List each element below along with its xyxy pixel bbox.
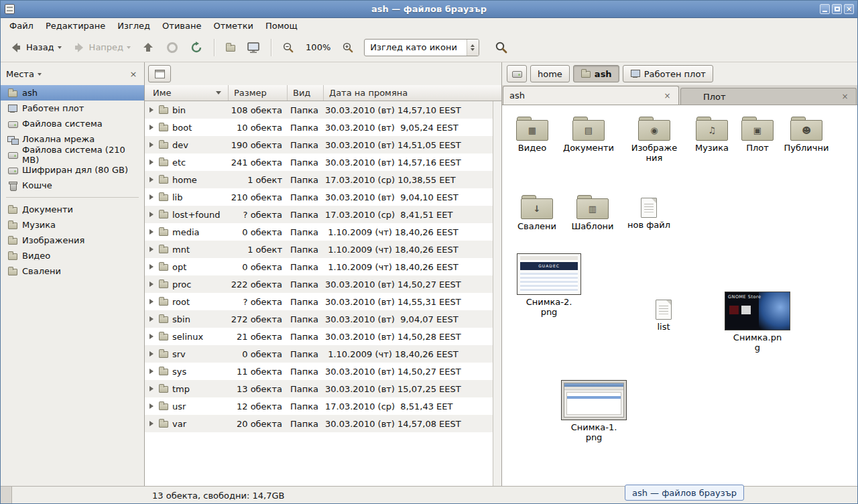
column-header-type[interactable]: Вид xyxy=(288,85,324,101)
table-row[interactable]: opt 0 обекта Папка 1.10.2009 (чт) 18,40,… xyxy=(145,258,493,275)
icon-view-item[interactable]: Шаблони xyxy=(567,194,618,232)
icon-view-item[interactable]: Плот xyxy=(732,115,783,153)
column-header-size[interactable]: Размер xyxy=(229,85,288,101)
menu-item[interactable]: Отметки xyxy=(207,19,259,32)
table-row[interactable]: sys 11 обекта Папка 30.03.2010 (вт) 14,5… xyxy=(145,363,493,380)
icon-view-canvas[interactable]: Видео Документи Изображения Музика Плот xyxy=(502,105,857,486)
expander-icon[interactable] xyxy=(149,351,156,357)
menu-item[interactable]: Изглед xyxy=(111,19,156,32)
table-row[interactable]: proc 222 обекта Папка 30.03.2010 (вт) 14… xyxy=(145,275,493,293)
sidebar-item[interactable]: Свалени xyxy=(1,263,144,279)
tab-close-icon[interactable]: × xyxy=(662,91,672,101)
icon-view-item[interactable]: Публични xyxy=(781,115,832,153)
icon-view-item[interactable]: list xyxy=(638,297,689,332)
icon-view-item[interactable]: Документи xyxy=(563,115,614,153)
zoom-in-button[interactable] xyxy=(337,37,359,58)
titlebar[interactable]: ash — файлов браузър × xyxy=(1,1,857,18)
home-button[interactable] xyxy=(221,37,241,58)
sidebar-item[interactable]: Работен плот xyxy=(1,101,144,116)
expander-icon[interactable] xyxy=(149,177,156,182)
path-button-ash[interactable]: ash xyxy=(573,65,619,82)
icon-view-item[interactable]: GUADEC Снимка-2.png xyxy=(515,253,583,318)
forward-button[interactable]: Напред xyxy=(68,37,135,58)
window-menu-icon[interactable] xyxy=(5,4,15,14)
expander-icon[interactable] xyxy=(149,334,156,339)
table-row[interactable]: media 0 обекта Папка 1.10.2009 (чт) 18,4… xyxy=(145,223,493,241)
zoom-out-button[interactable] xyxy=(278,37,299,58)
minimize-button[interactable] xyxy=(820,4,830,14)
maximize-button[interactable] xyxy=(832,4,842,14)
table-row[interactable]: lost+found ? обекта Папка 17.03.2010 (ср… xyxy=(145,206,493,223)
sidebar-item[interactable]: Шифриран дял (80 GB) xyxy=(1,162,144,178)
table-row[interactable]: bin 108 обекта Папка 30.03.2010 (вт) 14,… xyxy=(145,101,493,119)
expander-icon[interactable] xyxy=(149,142,156,147)
table-row[interactable]: lib 210 обекта Папка 30.03.2010 (вт) 9,0… xyxy=(145,188,493,206)
table-row[interactable]: boot 10 обекта Папка 30.03.2010 (вт) 9,0… xyxy=(145,119,493,136)
icon-view-item[interactable]: Музика xyxy=(686,115,737,153)
expander-icon[interactable] xyxy=(149,229,156,235)
expander-icon[interactable] xyxy=(149,316,156,322)
path-root-button[interactable] xyxy=(507,65,527,82)
table-row[interactable]: sbin 272 обекта Папка 30.03.2010 (вт) 9,… xyxy=(145,310,493,328)
sidebar-item[interactable]: Документи xyxy=(1,202,144,217)
table-row[interactable]: home 1 обект Папка 17.03.2010 (ср) 10,38… xyxy=(145,171,493,188)
expander-icon[interactable] xyxy=(149,264,156,269)
menu-item[interactable]: Помощ xyxy=(259,19,304,32)
sidebar-item[interactable]: ash xyxy=(1,85,144,101)
back-button[interactable]: Назад xyxy=(5,37,66,58)
expander-icon[interactable] xyxy=(149,299,156,304)
column-header-date[interactable]: Дата на промяна xyxy=(324,85,501,101)
expander-icon[interactable] xyxy=(149,194,156,200)
icon-view-item[interactable]: Изображения xyxy=(629,115,680,164)
table-row[interactable]: mnt 1 обект Папка 1.10.2009 (чт) 18,40,2… xyxy=(145,241,493,258)
table-row[interactable]: etc 241 обекта Папка 30.03.2010 (вт) 14,… xyxy=(145,153,493,171)
search-button[interactable] xyxy=(490,37,513,58)
sidebar-title[interactable]: Места xyxy=(6,69,34,79)
expander-icon[interactable] xyxy=(149,247,156,252)
tasklist-button[interactable]: ash — файлов браузър xyxy=(625,485,744,501)
table-row[interactable]: dev 190 обекта Папка 30.03.2010 (вт) 14,… xyxy=(145,136,493,153)
expander-icon[interactable] xyxy=(149,212,156,217)
menu-item[interactable]: Редактиране xyxy=(40,19,111,32)
expander-icon[interactable] xyxy=(149,369,156,374)
expander-icon[interactable] xyxy=(149,281,156,287)
menu-item[interactable]: Отиване xyxy=(156,19,207,32)
view-mode-select[interactable]: Изглед като икони xyxy=(364,39,479,56)
icon-view-item[interactable]: Свалени xyxy=(511,194,562,232)
path-button-home[interactable]: home xyxy=(530,65,570,82)
sidebar-item[interactable]: Изображения xyxy=(1,233,144,248)
expander-icon[interactable] xyxy=(149,421,156,426)
expander-icon[interactable] xyxy=(149,125,156,130)
sidebar-item[interactable]: Видео xyxy=(1,248,144,263)
expander-icon[interactable] xyxy=(149,386,156,391)
view-mode-arrows-icon[interactable] xyxy=(467,40,479,56)
table-row[interactable]: var 20 обекта Папка 30.03.2010 (вт) 14,5… xyxy=(145,415,493,432)
icon-view-item[interactable]: Снимка-1.png xyxy=(560,380,627,443)
close-button[interactable]: × xyxy=(844,4,854,14)
sidebar-item[interactable]: Файлова система (210 MB) xyxy=(1,147,144,162)
sidebar-chooser-caret-icon[interactable] xyxy=(38,73,42,78)
icon-view-item[interactable]: Видео xyxy=(507,115,558,153)
column-header-name[interactable]: Име xyxy=(145,85,229,101)
icon-view-item[interactable]: нов файл xyxy=(623,195,674,231)
path-button-desktop[interactable]: Работен плот xyxy=(623,65,713,82)
location-toggle-button[interactable] xyxy=(148,65,171,82)
stop-button[interactable] xyxy=(161,37,184,58)
sidebar-item[interactable]: Файлова система xyxy=(1,116,144,131)
computer-button[interactable] xyxy=(242,37,265,58)
sidebar-item[interactable]: Кошче xyxy=(1,178,144,193)
table-row[interactable]: selinux 21 обекта Папка 30.03.2010 (вт) … xyxy=(145,328,493,345)
sidebar-item[interactable]: Музика xyxy=(1,217,144,233)
vertical-scrollbar[interactable] xyxy=(493,101,501,486)
tab-ash[interactable]: ash × xyxy=(503,86,679,105)
table-row[interactable]: usr 12 обекта Папка 17.03.2010 (ср) 8,51… xyxy=(145,397,493,415)
reload-button[interactable] xyxy=(185,37,208,58)
tab-close-icon[interactable]: × xyxy=(840,92,850,101)
expander-icon[interactable] xyxy=(149,160,156,165)
table-row[interactable]: root ? обекта Папка 30.03.2010 (вт) 14,5… xyxy=(145,293,493,310)
table-row[interactable]: srv 0 обекта Папка 1.10.2009 (чт) 18,40,… xyxy=(145,345,493,363)
table-row[interactable]: tmp 13 обекта Папка 30.03.2010 (вт) 15,0… xyxy=(145,380,493,397)
up-button[interactable] xyxy=(137,37,160,58)
tab-plot[interactable]: Плот × xyxy=(680,88,857,105)
icon-view-item[interactable]: GNOME Store Снимка.png xyxy=(724,292,791,353)
